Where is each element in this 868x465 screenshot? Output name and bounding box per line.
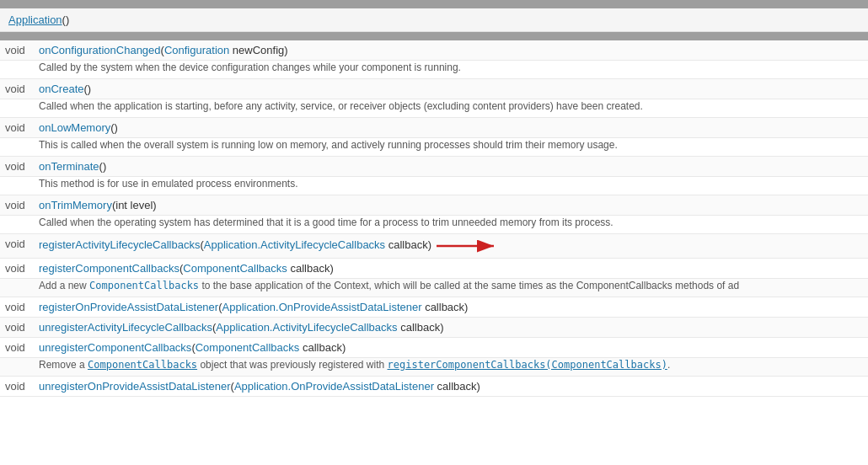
method-desc-row: Remove a ComponentCallbacks object that … <box>0 358 868 377</box>
return-type: void <box>0 318 34 338</box>
method-name-link[interactable]: unregisterActivityLifecycleCallbacks <box>39 321 212 334</box>
method-description: Add a new ComponentCallbacks to the base… <box>34 279 868 297</box>
method-signature: onTrimMemory(int level) <box>34 195 868 216</box>
method-desc-row: Add a new ComponentCallbacks to the base… <box>0 279 868 297</box>
method-name-link[interactable]: unregisterComponentCallbacks <box>39 341 191 354</box>
method-description: Called when the application is starting,… <box>34 99 868 118</box>
empty-cell <box>0 99 34 118</box>
method-signature: onConfigurationChanged(Configuration new… <box>34 40 868 61</box>
method-name-link[interactable]: onConfigurationChanged <box>39 44 161 56</box>
return-type: void <box>0 195 34 216</box>
method-row: voidregisterActivityLifecycleCallbacks(A… <box>0 234 868 259</box>
return-type: void <box>0 40 34 61</box>
method-description: Called by the system when the device con… <box>34 61 868 79</box>
return-type: void <box>0 377 34 397</box>
method-signature: registerOnProvideAssistDataListener(Appl… <box>34 297 868 318</box>
param-type-link[interactable]: Application.ActivityLifecycleCallbacks <box>216 321 397 334</box>
method-name-link[interactable]: registerComponentCallbacks <box>39 262 179 275</box>
highlight-arrow <box>437 238 504 254</box>
method-name-link[interactable]: unregisterOnProvideAssistDataListener <box>39 380 231 393</box>
method-row: voidregisterOnProvideAssistDataListener(… <box>0 297 868 318</box>
method-row: voidonTrimMemory(int level) <box>0 195 868 216</box>
method-row: voidunregisterOnProvideAssistDataListene… <box>0 377 868 397</box>
method-signature: onLowMemory() <box>34 118 868 138</box>
method-name-link[interactable]: registerActivityLifecycleCallbacks <box>39 238 200 251</box>
empty-cell <box>0 177 34 195</box>
method-row: voidonLowMemory() <box>0 118 868 138</box>
constructors-section: Application() <box>0 0 868 32</box>
param-type-link[interactable]: Application.OnProvideAssistDataListener <box>222 301 422 313</box>
method-description: Called when the operating system has det… <box>34 216 868 234</box>
method-desc-row: Called by the system when the device con… <box>0 61 868 79</box>
method-desc-row: This is called when the overall system i… <box>0 138 868 157</box>
return-type: void <box>0 118 34 138</box>
method-signature: registerActivityLifecycleCallbacks(Appli… <box>34 234 868 259</box>
return-type: void <box>0 234 34 259</box>
return-type: void <box>0 297 34 318</box>
methods-section: voidonConfigurationChanged(Configuration… <box>0 32 868 397</box>
method-description: This is called when the overall system i… <box>34 138 868 157</box>
empty-cell <box>0 279 34 297</box>
method-desc-row: Called when the application is starting,… <box>0 99 868 118</box>
param-type-link[interactable]: Application.ActivityLifecycleCallbacks <box>204 238 385 251</box>
method-row: voidunregisterActivityLifecycleCallbacks… <box>0 318 868 338</box>
return-type: void <box>0 79 34 99</box>
method-name-link[interactable]: onCreate <box>39 83 83 95</box>
method-signature: onCreate() <box>34 79 868 99</box>
param-type-link[interactable]: ComponentCallbacks <box>183 262 287 275</box>
method-name-link[interactable]: onTerminate <box>39 160 99 173</box>
return-type: void <box>0 259 34 279</box>
constructor-link[interactable]: Application <box>8 13 62 26</box>
methods-table: voidonConfigurationChanged(Configuration… <box>0 40 868 397</box>
method-signature: unregisterActivityLifecycleCallbacks(App… <box>34 318 868 338</box>
method-signature: unregisterComponentCallbacks(ComponentCa… <box>34 338 868 358</box>
method-row: voidonConfigurationChanged(Configuration… <box>0 40 868 61</box>
method-signature: registerComponentCallbacks(ComponentCall… <box>34 259 868 279</box>
return-type: void <box>0 338 34 358</box>
method-desc-row: Called when the operating system has det… <box>0 216 868 234</box>
method-row: voidregisterComponentCallbacks(Component… <box>0 259 868 279</box>
method-row: voidonTerminate() <box>0 157 868 177</box>
constructor-row: Application() <box>0 8 868 32</box>
desc-link[interactable]: registerComponentCallbacks(ComponentCall… <box>388 359 667 371</box>
empty-cell <box>0 138 34 157</box>
method-row: voidonCreate() <box>0 79 868 99</box>
method-description: This method is for use in emulated proce… <box>34 177 868 195</box>
empty-cell <box>0 216 34 234</box>
methods-header <box>0 32 868 40</box>
method-signature: onTerminate() <box>34 157 868 177</box>
constructors-header <box>0 0 868 8</box>
param-type-link[interactable]: Configuration <box>164 44 229 56</box>
param-type-link[interactable]: Application.OnProvideAssistDataListener <box>234 380 434 393</box>
method-signature: unregisterOnProvideAssistDataListener(Ap… <box>34 377 868 397</box>
method-description: Remove a ComponentCallbacks object that … <box>34 358 868 377</box>
return-type: void <box>0 157 34 177</box>
desc-link[interactable]: ComponentCallbacks <box>88 359 197 371</box>
method-name-link[interactable]: onTrimMemory <box>39 199 112 211</box>
param-type-link[interactable]: ComponentCallbacks <box>196 341 300 354</box>
method-name-link[interactable]: onLowMemory <box>39 121 110 134</box>
empty-cell <box>0 358 34 377</box>
method-desc-row: This method is for use in emulated proce… <box>0 177 868 195</box>
empty-cell <box>0 61 34 79</box>
method-row: voidunregisterComponentCallbacks(Compone… <box>0 338 868 358</box>
constructor-params: () <box>62 13 70 26</box>
method-name-link[interactable]: registerOnProvideAssistDataListener <box>39 301 218 313</box>
